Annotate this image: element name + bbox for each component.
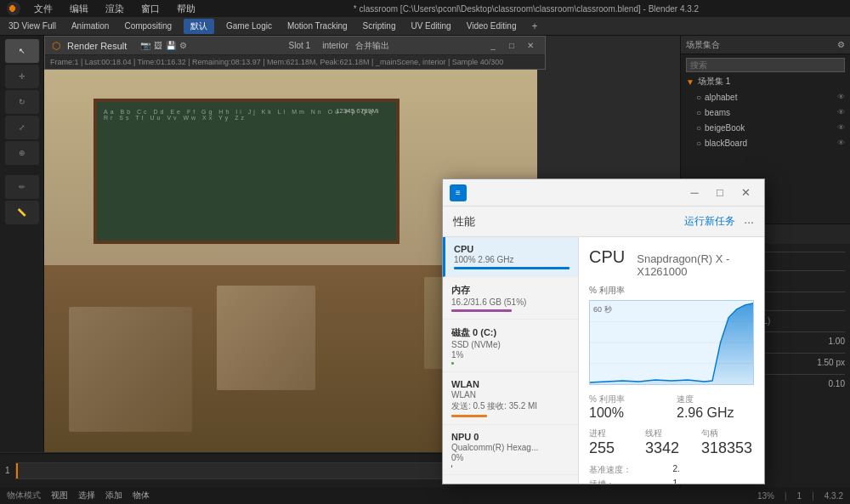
obj-icon-blackboard: ○ [696,139,701,148]
sidebar-disk-pct: 1% [451,350,570,360]
tool-transform[interactable]: ⊕ [5,141,39,165]
outliner-item-blackboard[interactable]: ○ blackBoard 👁 [683,135,848,150]
outliner-item-beigebook[interactable]: ○ beigeBook 👁 [683,120,848,135]
threads-value: 3342 [645,439,698,457]
render-toolbar-icon2[interactable]: 🖼 [154,41,162,50]
render-settings[interactable]: ⚙ [179,41,187,50]
obj-vis-alphabet[interactable]: 👁 [837,93,845,101]
tool-select[interactable]: ↖ [5,39,39,63]
tm-app-icon: ≡ [450,184,467,201]
status-object[interactable]: 物体 [133,490,150,501]
tool-measure[interactable]: 📏 [5,201,39,224]
sidebar-npu-bar [451,465,452,467]
speed-stat-label: 速度 [677,394,754,405]
handles-stat: 句柄 318353 [701,428,754,457]
outliner-search-input[interactable] [686,58,845,72]
slot-dropdown[interactable]: Slot 1 [284,40,316,51]
base-speed-value: 2. [673,464,755,476]
status-bar: 物体模式 视图 选择 添加 物体 13% | 1 | 4.3.2 [0,487,850,504]
obj-vis-beams[interactable]: 👁 [837,108,845,116]
sidebar-wlan-speed: 发送: 0.5 接收: 35.2 MI [451,400,570,412]
menu-window[interactable]: 窗口 [138,1,163,17]
slots-label: 插槽： [589,479,671,484]
render-frame-info: Frame:1 | Last:00:18.04 | Time:01:16.32 … [45,55,545,69]
workspace-videoediting[interactable]: Video Editing [463,20,520,32]
outliner-item-alphabet[interactable]: ○ alphabet 👁 [683,89,848,105]
tool-rotate[interactable]: ↻ [5,90,39,114]
obj-vis-beigebook[interactable]: 👁 [837,123,845,132]
tm-titlebar: ≡ ─ □ ✕ [443,179,764,207]
tm-sidebar-npu[interactable]: NPU 0 Qualcomm(R) Hexag... 0% [443,425,578,475]
render-win-close[interactable]: ✕ [523,40,538,52]
stroke-value: 1.50 px [817,358,845,367]
status-add[interactable]: 添加 [105,490,122,501]
threads-label: 线程 [645,428,698,439]
desk-front-left [69,307,192,432]
add-workspace-button[interactable]: + [531,20,537,32]
utilization-label: % 利用率 [589,285,754,297]
tm-sidebar-mem[interactable]: 内存 16.2/31.6 GB (51%) [443,277,578,320]
collection-name: 场景集 1 [698,76,730,88]
workspace-animation[interactable]: Animation [68,20,112,32]
sidebar-gpu-name: GPU 0 [451,482,570,484]
cpu-speed-stat: 速度 2.96 GHz [677,394,754,421]
menu-help[interactable]: 帮助 [173,1,199,17]
tm-maximize-btn[interactable]: □ [708,181,732,205]
render-toolbar-icon1[interactable]: 📷 [140,41,150,50]
outliner-settings[interactable]: ⚙ [837,40,845,49]
tm-run-task-btn[interactable]: 运行新任务 [684,214,735,229]
status-view[interactable]: 视图 [51,490,68,501]
workspace-gamelogic[interactable]: Game Logic [223,20,275,32]
collection-icon: ▼ [686,77,694,87]
workspace-motiontracking[interactable]: Motion Tracking [284,20,351,32]
frame-start[interactable]: 1 [5,466,10,475]
cpu-main-title: CPU [589,247,625,267]
blender-logo [7,2,20,15]
status-select[interactable]: 选择 [78,490,95,501]
obj-name-beigebook: beigeBook [705,123,745,133]
app-menubar: 文件 编辑 渲染 窗口 帮助 * classroom [C:\Users\pco… [0,0,850,17]
merge-label[interactable]: 合并输出 [355,40,389,52]
tool-scale[interactable]: ⤢ [5,116,39,139]
status-pct: 13% [757,491,774,501]
workspace-scripting[interactable]: Scripting [360,20,400,32]
workspace-3dview[interactable]: 3D View Full [5,20,60,32]
sidebar-mem-bar [451,309,512,312]
tm-sidebar: CPU 100% 2.96 GHz 内存 16.2/31.6 GB (51%) … [443,237,579,484]
sidebar-npu-name: NPU 0 [451,432,570,442]
render-win-maximize[interactable]: □ [504,40,519,52]
render-window-title: Render Result [67,41,127,51]
tool-annotate[interactable]: ✏ [5,175,39,199]
process-stats: 进程 255 线程 3342 句柄 318353 [589,428,754,457]
processes-stat: 进程 255 [589,428,642,457]
menu-file[interactable]: 文件 [31,1,56,17]
tm-sidebar-cpu[interactable]: CPU 100% 2.96 GHz [443,237,578,277]
blackboard-content: Aa Bb Cc Dd Ee Ff Gg Hh Ii Jj Kk Ll Mm N… [97,102,396,127]
render-win-minimize[interactable]: _ [485,40,501,52]
sidebar-disk-bar [451,362,454,365]
workspace-default[interactable]: 默认 [184,19,214,34]
obj-name-beams: beams [705,108,730,117]
processes-label: 进程 [589,428,642,439]
tm-cpu-content: CPU Snapdragon(R) X - X1261000 % 利用率 60 … [579,237,764,484]
render-info-bar: Slot 1 interior 合并输出 [194,40,479,52]
workspace-compositing[interactable]: Compositing [121,20,175,32]
tm-close-btn[interactable]: ✕ [734,181,757,205]
menu-edit[interactable]: 编辑 [66,1,92,17]
tm-sidebar-disk[interactable]: 磁盘 0 (C:) SSD (NVMe) 1% [443,320,578,372]
obj-vis-blackboard[interactable]: 👁 [837,139,845,147]
tm-minimize-btn[interactable]: ─ [683,181,706,205]
blackboard-numbers: 12345 6789Mi [336,107,379,115]
tm-more-btn[interactable]: ··· [744,215,754,229]
menu-render[interactable]: 渲染 [102,1,128,17]
workspace-uvediting[interactable]: UV Editing [407,20,454,32]
render-toolbar-icons: 📷 🖼 💾 ⚙ [140,41,187,50]
outliner-item-beams[interactable]: ○ beams 👁 [683,105,848,120]
blender-version-status: 4.3.2 [824,491,843,501]
tm-sidebar-wlan[interactable]: WLAN WLAN 发送: 0.5 接收: 35.2 MI [443,372,578,425]
outliner-item-collection[interactable]: ▼ 场景集 1 [683,74,848,89]
render-save[interactable]: 💾 [166,41,176,50]
tool-move[interactable]: ✛ [5,65,39,88]
obj-icon-beigebook: ○ [696,123,701,133]
tm-sidebar-gpu[interactable]: GPU 0 Qualcomm(R) Adreno... 12% [443,475,578,484]
